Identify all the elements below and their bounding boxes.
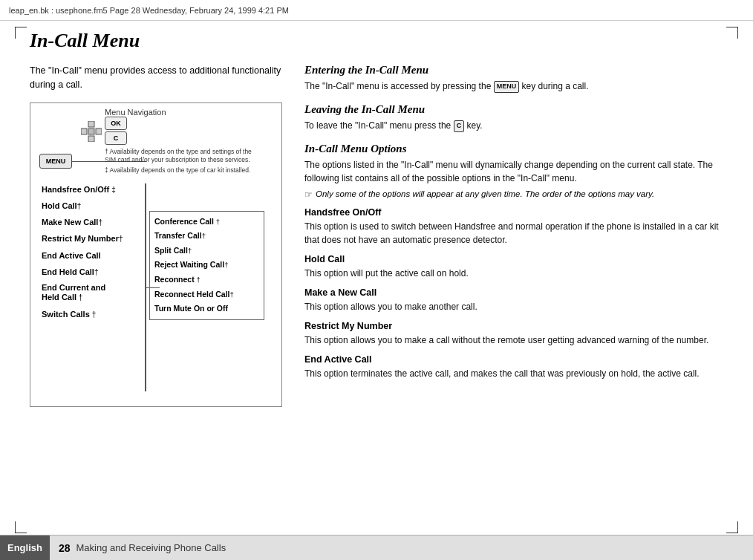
options-title: In-Call Menu Options xyxy=(304,143,723,155)
menu-item-endactive: End Active Call xyxy=(42,247,123,264)
menu-item-handsfree: Handsfree On/Off ‡ xyxy=(42,181,123,198)
submenu-conference: Conference Call † xyxy=(150,215,264,229)
menu-item-switch: Switch Calls † xyxy=(42,306,123,322)
restrict-body: This option allows you to make a call wi… xyxy=(304,333,723,347)
c-button: C xyxy=(105,131,127,145)
content-columns: The "In-Call" menu provides access to ad… xyxy=(30,64,723,407)
endactive-title: End Active Call xyxy=(304,354,723,365)
corner-mark-tr xyxy=(726,27,738,39)
hold-title: Hold Call xyxy=(304,254,723,264)
handsfree-title: Handsfree On/Off xyxy=(304,207,723,218)
intro-text: The "In-Call" menu provides access to ad… xyxy=(30,64,282,92)
menu-button: MENU xyxy=(39,154,72,169)
left-menu-list: Handsfree On/Off ‡ Hold Call† Make New C… xyxy=(42,181,123,322)
entering-title: Entering the In-Call Menu xyxy=(304,64,723,76)
corner-mark-br xyxy=(726,521,738,533)
page-number: 28 xyxy=(59,542,71,554)
bottom-bar: English 28 Making and Receiving Phone Ca… xyxy=(0,535,753,560)
c-inline-icon: C xyxy=(454,120,465,132)
right-submenu-box: Conference Call † Transfer Call† Split C… xyxy=(149,211,264,320)
menu-item-restrict: Restrict My Number† xyxy=(42,230,123,247)
submenu-mute: Turn Mute On or Off xyxy=(150,302,264,316)
lang-tag: English xyxy=(0,535,50,560)
bottom-label: Making and Receiving Phone Calls xyxy=(76,542,226,553)
left-col: The "In-Call" menu provides access to ad… xyxy=(30,64,282,407)
page-title: In-Call Menu xyxy=(30,30,723,52)
menu-item-endheld: End Held Call† xyxy=(42,264,123,280)
makenew-title: Make a New Call xyxy=(304,287,723,298)
hold-body: This option will put the active call on … xyxy=(304,267,723,280)
menu-item-endcurrent: End Current andHeld Call † xyxy=(42,280,123,305)
dpad-icon xyxy=(81,121,102,144)
diagram-area: Menu Navigation OK C xyxy=(30,102,282,407)
handsfree-body: This option is used to switch between Ha… xyxy=(304,220,723,247)
submenu-reconnectheld: Reconnect Held Call† xyxy=(150,287,264,302)
menu-nav-label: Menu Navigation xyxy=(105,108,166,117)
makenew-body: This option allows you to make another c… xyxy=(304,300,723,313)
note-icon: ☞ xyxy=(304,189,313,200)
main-content: In-Call Menu The "In-Call" menu provides… xyxy=(30,30,723,523)
svg-rect-4 xyxy=(88,128,94,134)
endactive-body: This option terminates the active call, … xyxy=(304,367,723,380)
svg-rect-1 xyxy=(88,136,94,142)
ok-button: OK xyxy=(105,117,127,130)
entering-body: The "In-Call" menu is accessed by pressi… xyxy=(304,79,723,93)
header-bar: leap_en.bk : usephone.fm5 Page 28 Wednes… xyxy=(0,0,753,21)
header-text: leap_en.bk : usephone.fm5 Page 28 Wednes… xyxy=(9,6,289,15)
submenu-reject: Reject Waiting Call† xyxy=(150,258,264,273)
footnote1: † Availability depends on the type and s… xyxy=(105,148,261,166)
options-note: ☞ Only some of the options will appear a… xyxy=(304,189,723,200)
submenu-reconnect: Reconnect † xyxy=(150,273,264,287)
leaving-body: To leave the "In-Call" menu press the C … xyxy=(304,119,723,132)
svg-rect-2 xyxy=(81,128,87,134)
corner-mark-bl xyxy=(15,521,27,533)
menu-item-hold: Hold Call† xyxy=(42,198,123,214)
menu-inline-icon: MENU xyxy=(494,81,520,93)
restrict-title: Restrict My Number xyxy=(304,321,723,331)
menu-item-makenew: Make New Call† xyxy=(42,214,123,230)
right-col: Entering the In-Call Menu The "In-Call" … xyxy=(304,64,723,407)
nav-buttons: OK C xyxy=(105,117,127,145)
svg-rect-0 xyxy=(88,121,94,127)
diagram-footnote: † Availability depends on the type and s… xyxy=(105,148,261,176)
footnote2: ‡ Availability depends on the type of ca… xyxy=(105,166,261,175)
options-intro: The options listed in the "In-Call" menu… xyxy=(304,158,723,185)
svg-rect-3 xyxy=(96,128,102,134)
submenu-split: Split Call† xyxy=(150,244,264,258)
leaving-title: Leaving the In-Call Menu xyxy=(304,103,723,116)
corner-mark-tl xyxy=(15,27,27,39)
submenu-transfer: Transfer Call† xyxy=(150,229,264,244)
